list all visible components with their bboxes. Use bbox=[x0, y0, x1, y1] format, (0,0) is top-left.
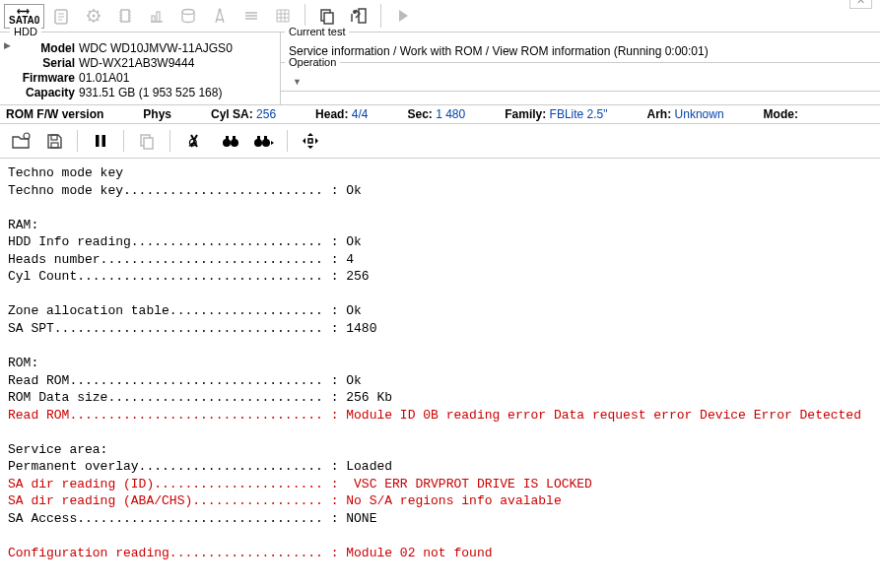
info-panels: ▶ HDD ModelWDC WD10JMVW-11AJGS0 SerialWD… bbox=[0, 33, 880, 105]
serial-label: Serial bbox=[18, 56, 79, 70]
log-line bbox=[8, 199, 872, 217]
log-line bbox=[8, 527, 872, 545]
separator bbox=[380, 4, 381, 28]
tool-play-icon[interactable] bbox=[389, 2, 417, 30]
arh-label: Arh: bbox=[647, 107, 672, 121]
log-line: Read ROM................................… bbox=[8, 407, 872, 425]
tool-exit-icon[interactable] bbox=[345, 2, 372, 30]
operation-panel: Operation ▼ bbox=[281, 63, 880, 92]
log-line: Cyl Count...............................… bbox=[8, 268, 872, 286]
head-value[interactable]: 4/4 bbox=[352, 107, 369, 121]
tool-chart-icon[interactable] bbox=[143, 2, 170, 30]
sata-label: SATA0 bbox=[9, 16, 39, 26]
log-line: ROM Data size...........................… bbox=[8, 389, 872, 407]
svg-rect-18 bbox=[144, 138, 153, 149]
svg-point-7 bbox=[219, 9, 222, 12]
log-line: SA dir reading (ABA/CHS)................… bbox=[8, 492, 872, 510]
log-line: Configuration reading...................… bbox=[8, 545, 872, 562]
open-file-icon[interactable] bbox=[6, 128, 35, 154]
tool-compass-icon[interactable] bbox=[206, 2, 234, 30]
binoculars-next-icon[interactable] bbox=[249, 128, 279, 154]
svg-rect-13 bbox=[51, 135, 57, 140]
sata-device-button[interactable]: ⟷ SATA0 bbox=[4, 4, 44, 29]
tool-gear-icon[interactable] bbox=[80, 2, 107, 30]
log-line: SA SPT..................................… bbox=[8, 320, 872, 338]
log-line: SA dir reading (ID).....................… bbox=[8, 476, 872, 493]
log-line bbox=[8, 424, 872, 441]
current-test-title: Current test bbox=[285, 26, 349, 37]
hdd-title: HDD bbox=[10, 26, 41, 37]
svg-rect-3 bbox=[121, 10, 129, 22]
log-line bbox=[8, 286, 872, 303]
current-test-value: Service information / Work with ROM / Vi… bbox=[289, 38, 872, 58]
separator bbox=[287, 130, 288, 152]
log-line bbox=[8, 337, 872, 355]
log-line: Service area: bbox=[8, 441, 872, 459]
log-line: Heads number............................… bbox=[8, 251, 872, 269]
operation-dropdown[interactable]: ▼ bbox=[289, 75, 302, 87]
expand-icon[interactable]: ▶ bbox=[4, 40, 11, 50]
move-icon[interactable] bbox=[296, 128, 325, 154]
separator bbox=[169, 130, 170, 152]
operation-title: Operation bbox=[285, 56, 340, 68]
hdd-panel: ▶ HDD ModelWDC WD10JMVW-11AJGS0 SerialWD… bbox=[0, 33, 281, 104]
firmware-value: 01.01A01 bbox=[79, 71, 129, 85]
log-line: ROM: bbox=[8, 355, 872, 372]
model-label: Model bbox=[18, 41, 79, 55]
separator bbox=[77, 130, 78, 152]
main-toolbar: ⟷ SATA0 ✕ bbox=[0, 0, 880, 33]
svg-point-2 bbox=[93, 15, 96, 18]
log-line: HDD Info reading........................… bbox=[8, 233, 872, 251]
log-line: Techno mode key bbox=[8, 164, 872, 182]
log-toolbar: ⌕ bbox=[0, 124, 880, 159]
svg-rect-16 bbox=[102, 135, 106, 147]
family-label: Family: bbox=[505, 107, 546, 121]
svg-rect-10 bbox=[359, 9, 366, 23]
svg-rect-9 bbox=[324, 13, 333, 24]
tool-chip-icon[interactable] bbox=[111, 2, 139, 30]
svg-rect-27 bbox=[308, 139, 312, 143]
current-test-panel: Current test Service information / Work … bbox=[281, 33, 880, 63]
capacity-label: Capacity bbox=[18, 86, 79, 99]
log-line: Permanent overlay.......................… bbox=[8, 458, 872, 476]
firmware-label: Firmware bbox=[18, 71, 79, 85]
tool-layers-icon[interactable] bbox=[237, 2, 265, 30]
serial-value: WD-WX21AB3W9444 bbox=[79, 56, 194, 70]
find-icon[interactable]: ⌕ bbox=[178, 128, 208, 154]
save-icon[interactable] bbox=[39, 128, 69, 154]
pause-icon[interactable] bbox=[86, 128, 115, 154]
sec-label: Sec: bbox=[407, 107, 432, 121]
separator bbox=[305, 4, 305, 28]
svg-rect-14 bbox=[51, 143, 58, 148]
svg-rect-4 bbox=[152, 16, 155, 22]
tool-db-icon[interactable] bbox=[174, 2, 202, 30]
model-value: WDC WD10JMVW-11AJGS0 bbox=[79, 41, 233, 55]
svg-point-6 bbox=[182, 10, 194, 15]
svg-rect-26 bbox=[264, 136, 267, 141]
window-close-icon[interactable]: ✕ bbox=[849, 0, 872, 9]
capacity-value: 931.51 GB (1 953 525 168) bbox=[79, 86, 222, 99]
rom-fw-label: ROM F/W version bbox=[6, 107, 103, 121]
phys-label: Phys bbox=[143, 107, 171, 121]
svg-point-12 bbox=[24, 133, 30, 139]
copy-icon[interactable] bbox=[132, 128, 162, 154]
sec-value[interactable]: 1 480 bbox=[436, 107, 465, 121]
tool-scroll-icon[interactable] bbox=[48, 2, 76, 30]
svg-rect-15 bbox=[96, 135, 100, 147]
log-output[interactable]: Techno mode keyTechno mode key..........… bbox=[0, 159, 880, 568]
mode-label: Mode: bbox=[764, 107, 798, 121]
log-line: Zone allocation table...................… bbox=[8, 302, 872, 320]
svg-point-11 bbox=[353, 10, 357, 14]
log-line: SA Access...............................… bbox=[8, 510, 872, 528]
cylsa-value[interactable]: 256 bbox=[256, 107, 276, 121]
family-value[interactable]: FBLite 2.5" bbox=[550, 107, 608, 121]
svg-rect-5 bbox=[157, 12, 160, 22]
status-bar: ROM F/W version Phys Cyl SA: 256 Head: 4… bbox=[0, 105, 880, 124]
arh-value[interactable]: Unknown bbox=[675, 107, 724, 121]
cylsa-label: Cyl SA: bbox=[211, 107, 253, 121]
separator bbox=[123, 130, 124, 152]
svg-rect-25 bbox=[257, 136, 260, 141]
log-line: Techno mode key.........................… bbox=[8, 182, 872, 200]
log-line: Read ROM................................… bbox=[8, 372, 872, 390]
head-label: Head: bbox=[315, 107, 348, 121]
